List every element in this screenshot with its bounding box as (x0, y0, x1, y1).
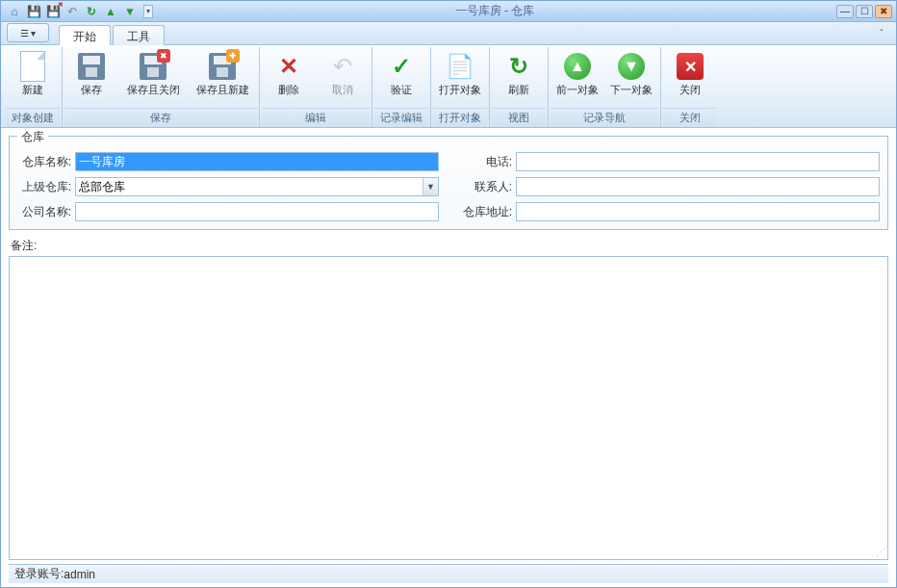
prev-object-button[interactable]: ▲ 前一对象 (551, 47, 604, 97)
ribbon: 新建 对象创建 保存 保存且关闭 保存且新建 保存 (1, 45, 896, 128)
save-button[interactable]: 保存 (64, 47, 118, 97)
parent-label: 上级仓库: (17, 179, 75, 195)
open-object-button[interactable]: 📄 打开对象 (433, 47, 487, 97)
home-icon[interactable]: ⌂ (7, 4, 22, 19)
save-close-icon (140, 53, 167, 80)
resize-grip-icon: ⋰ (876, 547, 885, 557)
tab-start[interactable]: 开始 (59, 25, 111, 45)
next-object-button[interactable]: ▼ 下一对象 (604, 47, 658, 97)
ribbon-group-close: ✕ 关闭 关闭 (661, 47, 719, 127)
remark-textarea[interactable]: ⋰ (9, 256, 888, 560)
ribbon-group-open: 📄 打开对象 打开对象 (431, 47, 490, 127)
save-close-button[interactable]: 保存且关闭 (118, 47, 188, 97)
ribbon-group-create: 新建 对象创建 (4, 47, 63, 127)
app-window: ⌂ 💾 💾 ↶ ↻ ▲ ▼ ▾ 一号库房 - 仓库 — ☐ ✖ ☰ ▾ 开始 工… (0, 0, 897, 588)
tab-tools[interactable]: 工具 (113, 25, 165, 45)
arrow-down-icon: ▼ (618, 53, 645, 80)
refresh-button[interactable]: ↻ 刷新 (492, 47, 546, 97)
parent-combobox[interactable] (75, 177, 439, 196)
ribbon-group-save: 保存 保存且关闭 保存且新建 保存 (63, 47, 260, 127)
cancel-button: ↶ 取消 (316, 47, 370, 97)
window-title: 一号库房 - 仓库 (153, 3, 836, 19)
status-login-user: admin (64, 568, 95, 581)
remark-label: 备注: (11, 238, 888, 254)
ribbon-group-edit: ✕ 删除 ↶ 取消 编辑 (260, 47, 372, 127)
window-close-button[interactable]: ✖ (875, 5, 892, 18)
minimize-button[interactable]: — (836, 5, 854, 18)
window-controls: — ☐ ✖ (836, 5, 892, 18)
content-area: 仓库 仓库名称: 电话: 上级仓库: ▼ (1, 128, 896, 587)
qat-save-icon[interactable]: 💾 (26, 4, 41, 19)
phone-label: 电话: (458, 154, 516, 170)
validate-button[interactable]: ✓ 验证 (374, 47, 428, 97)
warehouse-groupbox: 仓库 仓库名称: 电话: 上级仓库: ▼ (9, 136, 888, 230)
contact-label: 联系人: (458, 179, 516, 195)
address-label: 仓库地址: (458, 204, 516, 220)
save-icon (78, 53, 105, 80)
check-icon: ✓ (386, 51, 417, 82)
qat-save-close-icon[interactable]: 💾 (45, 4, 61, 19)
ribbon-collapse-icon[interactable]: ˆ (873, 25, 890, 42)
save-new-button[interactable]: 保存且新建 (188, 47, 257, 97)
new-button[interactable]: 新建 (6, 47, 60, 97)
redo-icon[interactable]: ↻ (84, 4, 99, 19)
phone-input[interactable] (516, 152, 880, 171)
document-icon: 📄 (445, 51, 475, 82)
name-input[interactable] (75, 152, 439, 171)
name-label: 仓库名称: (17, 154, 75, 170)
contact-input[interactable] (516, 177, 880, 196)
nav-down-icon[interactable]: ▼ (122, 4, 138, 19)
list-view-button[interactable]: ☰ ▾ (7, 23, 49, 42)
refresh-icon: ↻ (503, 51, 534, 82)
save-new-icon (209, 53, 236, 80)
arrow-up-icon: ▲ (564, 53, 591, 80)
cancel-icon: ↶ (327, 51, 358, 82)
groupbox-title: 仓库 (17, 129, 48, 145)
qat-dropdown-icon[interactable]: ▾ (143, 5, 153, 18)
ribbon-tabs: ☰ ▾ 开始 工具 ˆ (1, 22, 896, 45)
delete-icon: ✕ (273, 51, 304, 82)
close-icon: ✕ (677, 53, 704, 80)
undo-icon[interactable]: ↶ (64, 4, 80, 19)
status-login-label: 登录账号: (14, 566, 64, 582)
nav-up-icon[interactable]: ▲ (103, 4, 118, 19)
close-button[interactable]: ✕ 关闭 (663, 47, 717, 97)
delete-button[interactable]: ✕ 删除 (262, 47, 316, 97)
ribbon-group-record-edit: ✓ 验证 记录编辑 (372, 47, 431, 127)
company-label: 公司名称: (17, 204, 75, 220)
chevron-down-icon[interactable]: ▼ (423, 178, 438, 195)
maximize-button[interactable]: ☐ (856, 5, 873, 18)
titlebar: ⌂ 💾 💾 ↶ ↻ ▲ ▼ ▾ 一号库房 - 仓库 — ☐ ✖ (1, 1, 896, 22)
new-file-icon (20, 51, 45, 82)
ribbon-group-view: ↻ 刷新 视图 (490, 47, 549, 127)
ribbon-group-nav: ▲ 前一对象 ▼ 下一对象 记录导航 (549, 47, 661, 127)
address-input[interactable] (516, 202, 880, 221)
company-input[interactable] (75, 202, 439, 221)
statusbar: 登录账号: admin (9, 564, 888, 583)
quick-access-toolbar: ⌂ 💾 💾 ↶ ↻ ▲ ▼ ▾ (7, 4, 153, 19)
